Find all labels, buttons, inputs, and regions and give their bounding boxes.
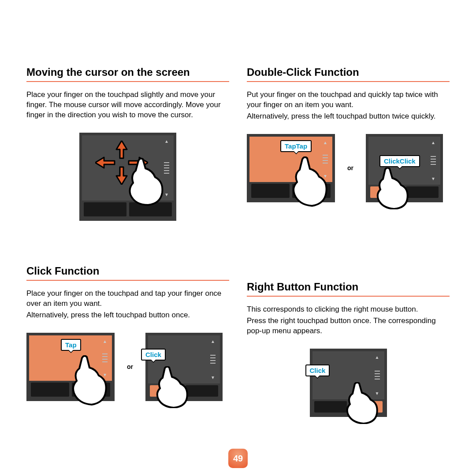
svg-marker-0 [116,141,127,158]
touchpad-buttons [29,381,112,398]
touchpad-surface-highlighted: ▲▼ Tap [29,335,112,381]
scroll-strip-icon: ▲▼ [208,339,217,380]
page-columns: Moving the cursor on the screen Place yo… [26,66,450,443]
page-number-badge: 49 [228,449,248,468]
illustration-double-click: ▲▼ TapTap or [247,134,450,202]
heading-double-click: Double-Click Function [247,66,450,82]
section-click: Click Function Place your finger on the … [26,265,229,401]
touchpad-surface: ▲▼ Click [312,351,384,399]
section-right-button: Right Button Function This corresponds t… [247,281,450,417]
left-button [314,401,347,413]
right-button-highlighted [350,401,383,413]
right-button [72,383,110,397]
tap-label: Tap [61,339,81,351]
left-button [251,184,290,198]
heading-click: Click Function [26,265,229,281]
scroll-strip-icon: ▲▼ [321,140,330,178]
touchpad-buttons [312,399,384,414]
touchpad-tap-graphic: ▲▼ Tap [26,333,115,401]
clickclick-label: ClickClick [379,155,420,167]
direction-arrows-icon [95,141,148,185]
body-moving: Place your finger on the touchpad slight… [26,90,229,120]
scroll-strip-icon: ▲▼ [429,140,438,181]
body-double-click-1: Put your finger on the touchpad and quic… [247,90,450,110]
touchpad-click-graphic: ▲▼ Click [145,333,223,401]
touchpad-buttons [82,201,174,218]
scroll-strip-icon: ▲▼ [373,355,382,396]
illustration-right-button: ▲▼ Click [247,349,450,417]
click-label: Click [305,364,330,376]
touchpad-rightclick-graphic: ▲▼ Click [310,349,387,417]
touchpad-buttons [249,182,332,200]
touchpad-buttons [368,185,440,200]
right-button [406,186,439,198]
svg-marker-2 [95,157,115,168]
right-button [129,202,172,216]
body-click-2: Alternatively, press the left touchpad b… [26,310,229,320]
left-button [84,202,126,216]
body-right-button-2: Press the right touchpad button once. Th… [247,316,450,336]
illustration-click: ▲▼ Tap or [26,333,229,401]
touchpad-buttons [148,383,220,398]
touchpad-taptap-graphic: ▲▼ TapTap [247,134,335,202]
section-double-click: Double-Click Function Put your finger on… [247,66,450,202]
left-button [31,383,69,397]
scroll-strip-icon: ▲▼ [100,339,109,377]
left-button-highlighted [150,385,183,397]
heading-moving: Moving the cursor on the screen [26,66,229,82]
svg-marker-3 [129,157,148,168]
left-column: Moving the cursor on the screen Place yo… [26,66,229,443]
right-button [292,184,331,198]
right-column: Double-Click Function Put your finger on… [247,66,450,443]
touchpad-surface: ▲ ▼ [82,135,174,201]
touchpad-clickclick-graphic: ▲▼ ClickClick [366,134,443,202]
or-label: or [347,164,353,171]
body-right-button-1: This corresponds to clicking the right m… [247,305,450,315]
touchpad-surface: ▲▼ Click [148,335,220,383]
heading-right-button: Right Button Function [247,281,450,297]
taptap-label: TapTap [280,140,312,152]
touchpad-surface: ▲▼ ClickClick [368,137,440,185]
body-double-click-2: Alternatively, press the left touchpad b… [247,112,450,122]
body-click-1: Place your finger on the touchpad and ta… [26,289,229,309]
touchpad-surface-highlighted: ▲▼ TapTap [249,137,332,182]
touchpad-graphic: ▲ ▼ [79,133,176,221]
svg-marker-1 [116,167,127,185]
right-button [186,385,219,397]
illustration-moving: ▲ ▼ [26,133,229,221]
left-button-highlighted [370,186,403,198]
or-label: or [127,363,133,370]
scroll-strip-icon: ▲ ▼ [162,139,171,197]
click-label: Click [141,349,166,361]
section-moving-cursor: Moving the cursor on the screen Place yo… [26,66,229,221]
